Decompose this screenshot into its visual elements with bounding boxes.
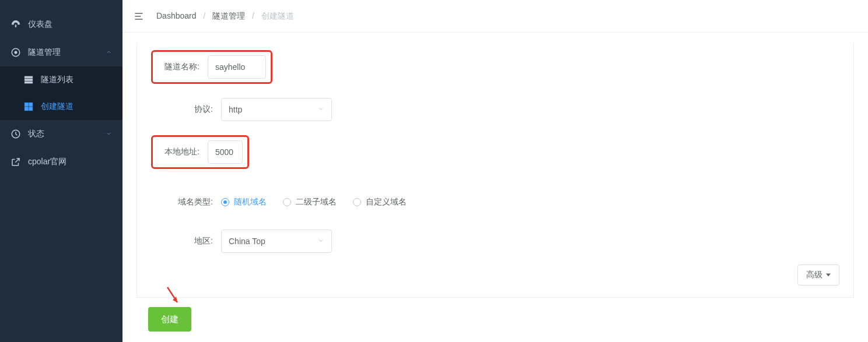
menu-toggle-icon[interactable] — [133, 10, 145, 22]
sidebar-label: 仪表盘 — [28, 19, 52, 30]
radio-label: 自定义域名 — [366, 197, 407, 207]
select-protocol[interactable]: http — [221, 98, 332, 121]
radio-label: 随机域名 — [234, 197, 267, 207]
label-local-address: 本地地址: — [158, 147, 208, 157]
radio-group-domain-type: 随机域名 二级子域名 自定义域名 — [221, 197, 407, 207]
caret-down-icon — [826, 273, 831, 277]
select-region[interactable]: China Top — [221, 230, 332, 253]
advanced-button[interactable]: 高级 — [797, 265, 839, 285]
sidebar-item-status[interactable]: 状态 — [0, 120, 123, 148]
chevron-down-icon — [106, 129, 112, 139]
label-protocol: 协议: — [151, 104, 221, 115]
main: Dashboard / 隧道管理 / 创建隧道 隧道名称: sayhello 协… — [123, 0, 868, 342]
row-local-address: 本地地址: 5000 — [137, 128, 853, 176]
highlight-annotation: 本地地址: 5000 — [151, 135, 249, 169]
row-region: 地区: China Top — [137, 223, 853, 260]
svg-point-1 — [15, 51, 18, 54]
row-domain-type: 域名类型: 随机域名 二级子域名 自定义域名 — [137, 190, 853, 214]
radio-subdomain[interactable]: 二级子域名 — [283, 197, 337, 207]
create-button[interactable]: 创建 — [148, 307, 191, 332]
svg-rect-4 — [24, 82, 33, 83]
svg-rect-3 — [24, 79, 33, 81]
radio-dot-icon — [283, 198, 291, 206]
sidebar-label: 隧道管理 — [28, 47, 61, 58]
breadcrumb-item-current: 创建隧道 — [261, 11, 294, 20]
input-local-address[interactable]: 5000 — [208, 140, 243, 164]
radio-dot-icon — [353, 198, 361, 206]
chevron-down-icon — [317, 105, 324, 114]
sidebar-item-tunnel-mgmt[interactable]: 隧道管理 — [0, 38, 123, 66]
sidebar: 仪表盘 隧道管理 隧道列表 创建隧道 状态 cpol — [0, 0, 123, 342]
row-tunnel-name: 隧道名称: sayhello — [137, 43, 853, 91]
radio-dot-icon — [221, 198, 229, 206]
sidebar-label: 创建隧道 — [41, 101, 74, 112]
external-link-icon — [10, 157, 21, 167]
create-area: 创建 — [148, 307, 854, 332]
label-domain-type: 域名类型: — [151, 197, 221, 207]
breadcrumb-sep: / — [252, 11, 254, 20]
sidebar-label: 隧道列表 — [41, 75, 74, 85]
content: 隧道名称: sayhello 协议: http 本地地址: 5000 — [123, 33, 868, 342]
label-tunnel-name: 隧道名称: — [158, 62, 208, 72]
input-tunnel-name[interactable]: sayhello — [208, 55, 266, 79]
chevron-up-icon — [106, 48, 112, 57]
highlight-annotation: 隧道名称: sayhello — [151, 50, 272, 84]
grid-icon — [23, 101, 34, 112]
list-icon — [23, 75, 34, 85]
label-region: 地区: — [151, 236, 221, 246]
sidebar-item-tunnel-list[interactable]: 隧道列表 — [0, 66, 123, 93]
svg-rect-8 — [29, 107, 33, 111]
advanced-label: 高级 — [806, 270, 822, 280]
breadcrumb-sep: / — [203, 11, 205, 20]
status-icon — [10, 129, 21, 139]
select-value: http — [229, 105, 242, 114]
svg-rect-7 — [24, 107, 28, 111]
topbar: Dashboard / 隧道管理 / 创建隧道 — [123, 0, 868, 33]
breadcrumb-item[interactable]: 隧道管理 — [212, 11, 245, 20]
form-card: 隧道名称: sayhello 协议: http 本地地址: 5000 — [136, 43, 854, 298]
row-protocol: 协议: http — [137, 91, 853, 128]
sidebar-label: cpolar官网 — [28, 157, 66, 167]
dashboard-icon — [10, 19, 21, 30]
radio-custom-domain[interactable]: 自定义域名 — [353, 197, 407, 207]
sidebar-item-dashboard[interactable]: 仪表盘 — [0, 10, 123, 38]
breadcrumb-item[interactable]: Dashboard — [156, 11, 197, 20]
sidebar-item-create-tunnel[interactable]: 创建隧道 — [0, 93, 123, 120]
radio-label: 二级子域名 — [296, 197, 337, 207]
svg-rect-6 — [29, 103, 33, 106]
sidebar-item-cpolar-site[interactable]: cpolar官网 — [0, 148, 123, 176]
breadcrumb: Dashboard / 隧道管理 / 创建隧道 — [156, 11, 294, 22]
tunnel-icon — [10, 47, 21, 58]
chevron-down-icon — [317, 237, 324, 246]
svg-rect-5 — [24, 103, 28, 106]
arrow-annotation-icon — [164, 286, 182, 309]
select-value: China Top — [229, 237, 265, 246]
row-advanced: 高级 — [137, 260, 853, 285]
sidebar-label: 状态 — [28, 129, 44, 139]
svg-rect-2 — [24, 76, 33, 78]
radio-random-domain[interactable]: 随机域名 — [221, 197, 267, 207]
